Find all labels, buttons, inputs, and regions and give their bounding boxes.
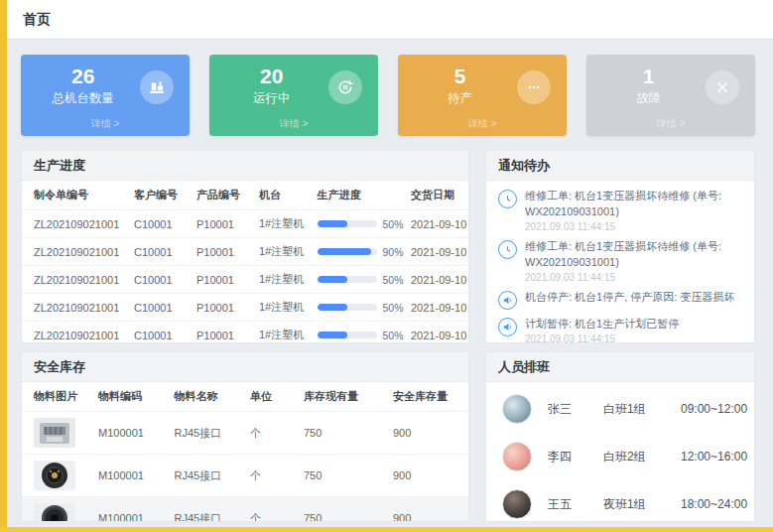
cell-machine: 1#注塑机	[254, 210, 313, 238]
stat-value: 20	[219, 65, 323, 87]
col-material-image: 物料图片	[22, 382, 93, 412]
stat-detail-link[interactable]: 详情 >	[398, 117, 567, 131]
running-icon	[328, 70, 362, 104]
stat-label: 待产	[408, 90, 512, 107]
col-customer-no: 客户编号	[129, 181, 192, 210]
cell-customer: C10001	[129, 238, 192, 266]
cell-material-code: M100001	[93, 412, 170, 455]
cell-material-name: RJ45接口	[170, 412, 246, 455]
staff-name: 张三	[548, 401, 603, 418]
cell-date: 2021-09-10	[406, 210, 468, 238]
table-row[interactable]: ZL202109021001 C10001 P10001 1#注塑机 50% 2…	[22, 210, 468, 238]
schedule-row[interactable]: 李四 白班2组 12:00~16:00	[502, 442, 738, 471]
progress-bar	[318, 276, 377, 283]
table-row[interactable]: ZL202109021001 C10001 P10001 1#注塑机 50% 2…	[22, 266, 468, 294]
staff-shift: 夜班1组	[603, 496, 681, 513]
panel-title-inventory: 安全库存	[22, 352, 468, 382]
notification-item[interactable]: 维修工单: 机台1变压器损坏待维修 (单号: WX202109031001) 2…	[498, 239, 742, 283]
col-stock-on-hand: 库存现有量	[299, 382, 388, 412]
cell-progress: 50%	[313, 294, 407, 322]
panel-safety-stock: 安全库存 物料图片 物料编码 物料名称 单位 库存现有量 安全库存量	[21, 351, 469, 522]
staff-shift: 白班1组	[603, 401, 681, 418]
cell-order: ZL202109021001	[22, 266, 129, 294]
cell-customer: C10001	[129, 294, 192, 322]
notification-text: 机台停产: 机台1停产, 停产原因: 变压器损坏	[525, 290, 734, 306]
panel-notifications: 通知待办 维修工单: 机台1变压器损坏待维修 (单号: WX2021090310…	[485, 150, 755, 343]
schedule-row[interactable]: 张三 白班1组 09:00~12:00	[502, 394, 738, 424]
table-row[interactable]: M100001 RJ45接口 个 750 900	[22, 455, 468, 497]
schedule-row[interactable]: 王五 夜班1组 18:00~24:00	[502, 489, 738, 519]
progress-label: 50%	[383, 330, 404, 341]
notification-time: 2021.09.03 11:44:15	[525, 272, 742, 283]
production-table: 制令单编号 客户编号 产品编号 机台 生产进度 交货日期 ZL202109021…	[22, 181, 468, 343]
table-row[interactable]: ZL202109021001 C10001 P10001 1#注塑机 90% 2…	[22, 238, 468, 266]
staff-time: 12:00~16:00	[681, 450, 747, 464]
speaker-icon	[498, 291, 517, 310]
stat-card-waiting[interactable]: 5 待产 详情 >	[398, 55, 567, 136]
notification-time: 2021.09.03 11:44:15	[525, 221, 742, 232]
panel-production-progress: 生产进度 制令单编号 客户编号 产品编号 机台 生产进度 交货日期	[21, 150, 469, 343]
notification-body: 机台停产: 机台1停产, 停产原因: 变压器损坏	[525, 290, 734, 306]
staff-shift: 白班2组	[603, 449, 681, 466]
cell-product: P10001	[192, 266, 254, 294]
cell-customer: C10001	[129, 266, 192, 294]
table-header-row: 制令单编号 客户编号 产品编号 机台 生产进度 交货日期	[22, 181, 468, 210]
cell-order: ZL202109021001	[22, 322, 129, 344]
table-row[interactable]: ZL202109021001 C10001 P10001 1#注塑机 50% 2…	[22, 294, 468, 322]
cell-progress: 50%	[313, 210, 407, 238]
round-connector-photo	[34, 461, 75, 490]
notification-item[interactable]: 计划暂停: 机台1生产计划已暂停 2021.09.03 11:44:15	[498, 317, 742, 342]
notification-item[interactable]: 维修工单: 机台1变压器损坏待维修 (单号: WX202109031001) 2…	[498, 189, 742, 232]
avatar	[502, 394, 532, 424]
schedule-list: 张三 白班1组 09:00~12:00 李四 白班2组 12:00~16:00 …	[486, 382, 754, 522]
stat-card-main: 20 运行中	[219, 65, 323, 107]
progress-bar	[318, 304, 377, 311]
table-header-row: 物料图片 物料编码 物料名称 单位 库存现有量 安全库存量	[22, 382, 468, 412]
cell-product: P10001	[192, 294, 254, 322]
cell-material-code: M100001	[93, 497, 170, 523]
window-edge-bottom	[0, 527, 773, 532]
cell-safety: 900	[388, 455, 468, 497]
cell-customer: C10001	[129, 210, 192, 238]
dashboard-screen: 首页 26 总机台数量 详情 > 20 运行中	[0, 0, 773, 532]
staff-name: 王五	[548, 496, 603, 513]
staff-time: 18:00~24:00	[681, 497, 747, 511]
cell-product: P10001	[192, 210, 254, 238]
stat-detail-link[interactable]: 详情 >	[21, 117, 190, 131]
cell-machine: 1#注塑机	[254, 266, 313, 294]
cell-order: ZL202109021001	[22, 238, 129, 266]
notification-body: 维修工单: 机台1变压器损坏待维修 (单号: WX202109031001) 2…	[525, 239, 742, 283]
stat-label: 总机台数量	[31, 90, 135, 107]
stat-card-total-machines[interactable]: 26 总机台数量 详情 >	[21, 55, 190, 136]
cell-machine: 1#注塑机	[254, 322, 313, 344]
progress-bar	[318, 220, 377, 227]
col-material-code: 物料编码	[93, 382, 170, 412]
cell-machine: 1#注塑机	[254, 294, 313, 322]
topbar: 首页	[7, 0, 773, 40]
col-material-name: 物料名称	[170, 382, 246, 412]
col-order-no: 制令单编号	[22, 181, 129, 210]
stat-card-running[interactable]: 20 运行中 详情 >	[209, 55, 378, 136]
stat-detail-link[interactable]: 详情 >	[586, 117, 755, 131]
table-row[interactable]: M100001 RJ45接口 个 750 900	[22, 497, 468, 523]
progress-label: 50%	[383, 302, 404, 314]
progress-bar	[318, 248, 377, 255]
staff-time: 09:00~12:00	[681, 402, 747, 416]
speaker-icon	[498, 318, 517, 336]
rj45-connector-photo	[34, 418, 75, 448]
table-row[interactable]: M100001 RJ45接口 个 750 900	[22, 412, 468, 455]
stat-card-fault[interactable]: 1 故障 详情 >	[586, 55, 755, 136]
page-title[interactable]: 首页	[23, 11, 51, 29]
cell-safety: 900	[388, 497, 468, 523]
table-row[interactable]: ZL202109021001 C10001 P10001 1#注塑机 50% 2…	[22, 322, 468, 344]
cell-date: 2021-09-10	[406, 294, 468, 322]
cell-material-name: RJ45接口	[170, 497, 246, 523]
cell-product: P10001	[192, 322, 254, 344]
panel-title-production: 生产进度	[22, 151, 468, 181]
stat-detail-link[interactable]: 详情 >	[209, 117, 378, 131]
content-area: 26 总机台数量 详情 > 20 运行中 详情 >	[7, 40, 773, 527]
notification-item[interactable]: 机台停产: 机台1停产, 停产原因: 变压器损坏	[498, 290, 742, 310]
stat-label: 运行中	[219, 90, 323, 107]
avatar	[502, 489, 532, 519]
notification-list: 维修工单: 机台1变压器损坏待维修 (单号: WX202109031001) 2…	[486, 181, 754, 342]
